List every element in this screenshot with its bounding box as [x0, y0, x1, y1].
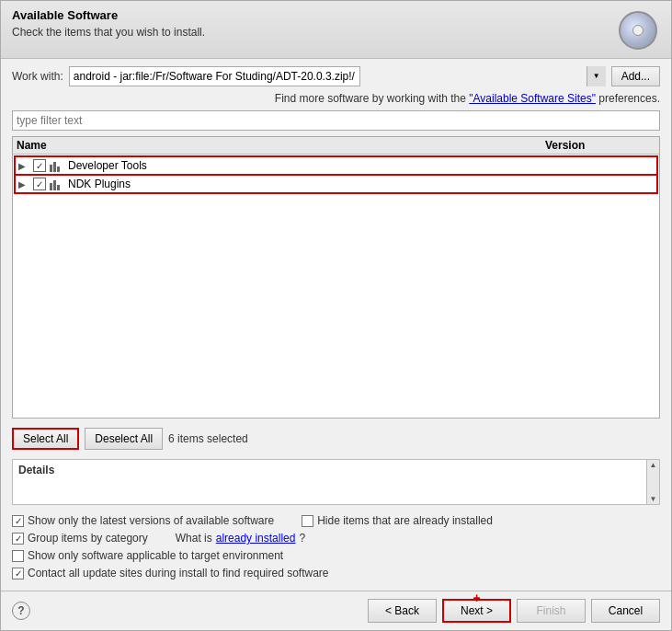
options-row-2: Group items by category What is already … — [12, 532, 660, 545]
dialog-title: Available Software — [12, 8, 205, 22]
option-latest-versions-label: Show only the latest versions of availab… — [28, 514, 274, 527]
add-button[interactable]: Add... — [611, 66, 660, 86]
cd-disc-icon — [619, 11, 657, 50]
option-target-environment: Show only software applicable to target … — [12, 549, 283, 562]
back-button[interactable]: < Back — [368, 599, 437, 623]
details-scrollbar: ▲ ▼ — [646, 460, 659, 504]
what-is-label: What is — [176, 532, 212, 545]
footer-buttons: < Back + Next > Finish Cancel — [368, 599, 660, 623]
table-header: Name Version — [13, 137, 659, 155]
footer-left: ? — [12, 602, 30, 620]
row-expand-icon[interactable]: ▶ — [18, 179, 29, 189]
options-row-1: Show only the latest versions of availab… — [12, 514, 660, 527]
option-contact-update-sites: Contact all update sites during install … — [12, 567, 329, 579]
finish-button[interactable]: Finish — [517, 599, 586, 623]
already-installed-link[interactable]: already installed — [216, 532, 296, 545]
work-with-select-wrapper: android - jar:file:/Fr/Software For Stud… — [69, 66, 606, 86]
select-all-button[interactable]: Select All — [12, 428, 79, 450]
dialog-header: Available Software Check the items that … — [1, 1, 671, 59]
option-hide-installed-label: Hide items that are already installed — [317, 514, 493, 527]
checkbox-group-by-category[interactable] — [12, 533, 24, 545]
plus-indicator: + — [473, 591, 480, 604]
scroll-down-arrow[interactable]: ▼ — [650, 495, 657, 503]
dialog-icon — [616, 8, 660, 52]
find-more-row: Find more software by working with the "… — [12, 92, 660, 105]
available-software-dialog: Available Software Check the items that … — [0, 0, 672, 631]
items-selected-label: 6 items selected — [168, 432, 248, 445]
dialog-header-left: Available Software Check the items that … — [12, 8, 205, 39]
filter-input[interactable] — [12, 110, 660, 131]
row-checkbox-developer-tools[interactable] — [33, 159, 46, 172]
package-icon — [50, 177, 64, 191]
option-group-by-category-label: Group items by category — [28, 532, 148, 545]
table-row[interactable]: ▶ Developer Tools — [15, 156, 657, 175]
row-checkbox-ndk-plugins[interactable] — [33, 178, 46, 190]
table-row[interactable]: ▶ NDK Plugins — [15, 175, 657, 193]
option-group-by-category: Group items by category — [12, 532, 148, 545]
option-latest-versions: Show only the latest versions of availab… — [12, 514, 274, 527]
work-with-row: Work with: android - jar:file:/Fr/Softwa… — [12, 66, 660, 86]
software-table: Name Version ▶ Developer Tools — [12, 136, 660, 419]
next-button[interactable]: + Next > — [442, 599, 511, 623]
option-already-installed: What is already installed? — [176, 532, 305, 545]
cancel-button[interactable]: Cancel — [591, 599, 660, 623]
checkbox-hide-installed[interactable] — [302, 515, 313, 527]
row-name-developer-tools: Developer Tools — [68, 159, 540, 172]
table-body: ▶ Developer Tools ▶ — [13, 155, 659, 418]
option-target-environment-label: Show only software applicable to target … — [28, 549, 283, 562]
row-expand-icon[interactable]: ▶ — [18, 161, 29, 171]
options-row-3: Show only software applicable to target … — [12, 549, 660, 562]
work-with-dropdown[interactable]: android - jar:file:/Fr/Software For Stud… — [69, 66, 360, 86]
row-name-ndk-plugins: NDK Plugins — [68, 178, 540, 190]
dialog-body: Work with: android - jar:file:/Fr/Softwa… — [1, 59, 671, 591]
details-label: Details — [18, 464, 641, 476]
package-icon — [50, 158, 64, 173]
options-row-4: Contact all update sites during install … — [12, 567, 660, 579]
work-with-label: Work with: — [12, 70, 63, 83]
deselect-all-button[interactable]: Deselect All — [85, 428, 163, 450]
available-software-sites-link[interactable]: "Available Software Sites" — [469, 92, 596, 105]
help-icon[interactable]: ? — [12, 602, 30, 620]
dialog-subtitle: Check the items that you wish to install… — [12, 26, 205, 39]
selection-buttons: Select All Deselect All 6 items selected — [12, 424, 660, 453]
find-more-prefix: Find more software by working with the — [275, 92, 469, 105]
option-contact-update-sites-label: Contact all update sites during install … — [28, 567, 329, 579]
checkbox-latest-versions[interactable] — [12, 515, 24, 527]
checkbox-contact-update-sites[interactable] — [12, 568, 24, 579]
scroll-up-arrow[interactable]: ▲ — [650, 461, 657, 469]
find-more-suffix: preferences. — [596, 92, 660, 105]
column-version-header: Version — [545, 139, 655, 152]
column-name-header: Name — [17, 139, 545, 152]
question-mark: ? — [299, 532, 305, 545]
checkbox-target-environment[interactable] — [12, 550, 24, 562]
option-hide-installed: Hide items that are already installed — [302, 514, 493, 527]
details-content: Details — [13, 460, 646, 504]
details-section: Details ▲ ▼ — [12, 459, 660, 505]
dialog-footer: ? < Back + Next > Finish Cancel — [1, 591, 671, 630]
options-section: Show only the latest versions of availab… — [12, 511, 660, 583]
